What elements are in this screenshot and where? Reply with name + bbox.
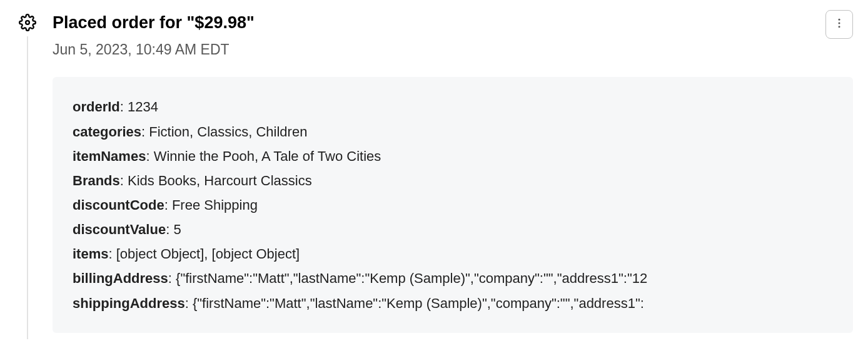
detail-row: shippingAddress: {"firstName":"Matt","la… xyxy=(73,291,833,315)
timeline-line xyxy=(28,36,28,339)
svg-point-2 xyxy=(839,23,840,24)
detail-value: 1234 xyxy=(128,99,158,115)
more-actions-button[interactable] xyxy=(825,10,853,39)
event-header-text: Placed order for "$29.98" Jun 5, 2023, 1… xyxy=(53,13,255,58)
detail-row: discountCode: Free Shipping xyxy=(73,193,833,217)
event-title: Placed order for "$29.98" xyxy=(53,13,255,33)
detail-key: orderId xyxy=(73,99,120,115)
detail-row: orderId: 1234 xyxy=(73,95,833,119)
detail-value: [object Object], [object Object] xyxy=(116,246,300,262)
detail-value: Kids Books, Harcourt Classics xyxy=(128,173,312,188)
event-content: Placed order for "$29.98" Jun 5, 2023, 1… xyxy=(40,13,853,333)
detail-value: 5 xyxy=(173,222,181,237)
detail-key: categories xyxy=(73,124,141,140)
detail-row: billingAddress: {"firstName":"Matt","las… xyxy=(73,266,833,290)
detail-key: shippingAddress xyxy=(73,295,185,311)
detail-value: Fiction, Classics, Children xyxy=(149,124,307,140)
event-icon-column xyxy=(15,13,40,31)
detail-key: discountValue xyxy=(73,222,166,237)
detail-row: discountValue: 5 xyxy=(73,217,833,242)
detail-value: {"firstName":"Matt","lastName":"Kemp (Sa… xyxy=(176,270,647,286)
detail-key: discountCode xyxy=(73,197,164,213)
detail-row: items: [object Object], [object Object] xyxy=(73,242,833,266)
detail-row: itemNames: Winnie the Pooh, A Tale of Tw… xyxy=(73,144,833,168)
svg-point-0 xyxy=(26,21,29,24)
detail-key: items xyxy=(73,246,108,262)
detail-row: categories: Fiction, Classics, Children xyxy=(73,120,833,144)
more-vertical-icon xyxy=(833,17,845,32)
detail-value: {"firstName":"Matt","lastName":"Kemp (Sa… xyxy=(193,295,644,311)
detail-value: Free Shipping xyxy=(172,197,258,213)
event-header-row: Placed order for "$29.98" Jun 5, 2023, 1… xyxy=(53,13,853,58)
detail-value: Winnie the Pooh, A Tale of Two Cities xyxy=(154,148,381,164)
svg-point-1 xyxy=(839,19,840,21)
event-details-box: orderId: 1234 categories: Fiction, Class… xyxy=(53,77,853,332)
gear-icon xyxy=(19,14,36,31)
event-row: Placed order for "$29.98" Jun 5, 2023, 1… xyxy=(15,13,853,333)
detail-row: Brands: Kids Books, Harcourt Classics xyxy=(73,168,833,193)
detail-key: itemNames xyxy=(73,148,146,164)
detail-key: Brands xyxy=(73,173,120,188)
svg-point-3 xyxy=(839,26,840,28)
detail-key: billingAddress xyxy=(73,270,168,286)
event-timestamp: Jun 5, 2023, 10:49 AM EDT xyxy=(53,41,255,58)
